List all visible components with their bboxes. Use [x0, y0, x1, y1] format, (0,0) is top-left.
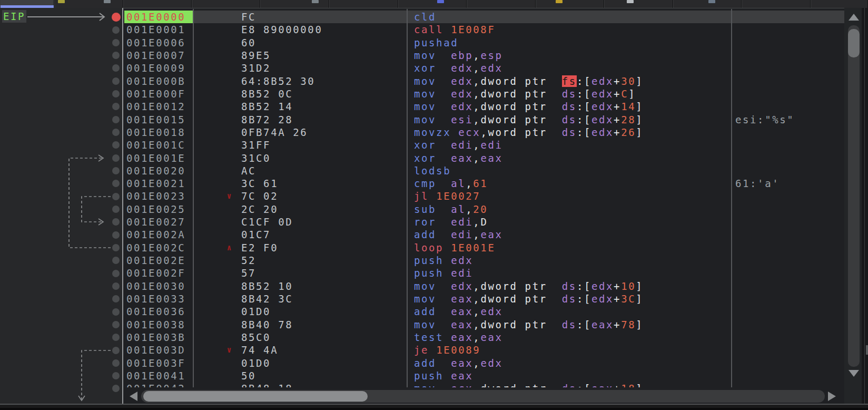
bytes-cell[interactable]: AC [241, 164, 256, 177]
address-cell[interactable]: 001E0007 [126, 49, 185, 62]
address-cell[interactable]: 001E003D [126, 344, 185, 356]
disasm-row[interactable]: 001E004150push eax [123, 369, 844, 382]
breakpoint-dot[interactable] [112, 116, 120, 123]
bytes-cell[interactable]: 57 [241, 267, 256, 279]
instruction-cell[interactable]: mov edx,dword ptr ds:[edx+C] [414, 87, 636, 100]
disasm-row[interactable]: 001E003601D0add eax,edx [123, 305, 844, 318]
disasm-row[interactable]: 001E00213C 61cmp al,6161:'a' [123, 177, 844, 190]
view-tab-10[interactable] [673, 0, 742, 8]
scroll-right-arrow-icon[interactable] [828, 392, 836, 401]
disasm-row[interactable]: 001E003F01D0add eax,edx [123, 357, 844, 369]
view-tab-4[interactable] [260, 0, 329, 8]
instruction-cell[interactable]: push edi [414, 267, 473, 279]
view-tab-8[interactable] [536, 0, 604, 8]
breakpoint-dot[interactable] [112, 308, 120, 316]
address-cell[interactable]: 001E0018 [126, 126, 185, 139]
eip-breakpoint-dot[interactable] [112, 13, 121, 22]
disasm-row[interactable]: 001E001E31C0xor eax,eax [123, 152, 844, 164]
instruction-cell[interactable]: mov eax,dword ptr ds:[eax+78] [414, 318, 643, 331]
vertical-scrollbar-thumb[interactable] [848, 29, 860, 57]
address-cell[interactable]: 001E0025 [126, 203, 185, 216]
bytes-cell[interactable]: 8B52 10 [241, 280, 293, 292]
instruction-cell[interactable]: add eax,edx [414, 305, 503, 318]
bytes-cell[interactable]: 01C7 [241, 228, 271, 241]
disasm-row[interactable]: 001E002A01C7add edi,eax [123, 228, 844, 241]
disasm-row[interactable]: 001E002F57push edi [123, 267, 844, 279]
instruction-cell[interactable]: add edi,eax [414, 228, 503, 241]
disasm-row[interactable]: 001E0023∨7C 02jl 1E0027 [123, 190, 844, 202]
view-tab-2[interactable] [123, 0, 192, 8]
disasm-row[interactable]: 001E00338B42 3Cmov eax,dword ptr ds:[edx… [123, 292, 844, 305]
view-tab-0[interactable] [0, 0, 54, 8]
address-cell[interactable]: 001E0001 [126, 23, 185, 36]
disasm-row[interactable]: 001E000660pushad [123, 36, 844, 49]
bytes-cell[interactable]: 8B52 14 [241, 100, 293, 113]
disasm-row[interactable]: 001E0001E8 89000000call 1E008F [123, 23, 844, 36]
address-cell[interactable]: 001E0000 [126, 11, 185, 23]
splitter-handle[interactable] [866, 345, 868, 355]
breakpoint-dot[interactable] [112, 154, 120, 162]
breakpoint-dot[interactable] [112, 90, 120, 97]
view-tab-12[interactable] [811, 0, 868, 8]
disasm-row[interactable]: 001E003D∨74 4Aje 1E0089 [123, 344, 844, 356]
bytes-cell[interactable]: FC [241, 11, 256, 23]
comment-cell[interactable]: 61:'a' [735, 177, 780, 190]
address-cell[interactable]: 001E001E [126, 152, 185, 164]
view-tab-11[interactable] [742, 0, 811, 8]
instruction-cell[interactable]: call 1E008F [414, 23, 495, 36]
disasm-row[interactable]: 001E000B64:8B52 30mov edx,dword ptr fs:[… [123, 75, 844, 87]
instruction-cell[interactable]: mov eax,dword ptr ds:[edx+3C] [414, 292, 643, 305]
view-tab-7[interactable] [467, 0, 536, 8]
breakpoint-dot[interactable] [112, 244, 120, 251]
disasm-row[interactable]: 001E000931D2xor edx,edx [123, 62, 844, 74]
instruction-cell[interactable]: xor eax,eax [414, 152, 503, 164]
disasm-row[interactable]: 001E002E52push edx [123, 254, 844, 267]
bytes-cell[interactable]: 64:8B52 30 [241, 75, 315, 87]
address-cell[interactable]: 001E0015 [126, 113, 185, 126]
bytes-cell[interactable]: E8 89000000 [241, 23, 322, 36]
breakpoint-dot[interactable] [112, 77, 120, 85]
instruction-cell[interactable]: pushad [414, 36, 458, 49]
address-cell[interactable]: 001E002E [126, 254, 185, 267]
instruction-cell[interactable]: lodsb [414, 164, 451, 177]
bytes-cell[interactable]: 8B52 0C [241, 87, 293, 100]
breakpoint-dot[interactable] [112, 321, 120, 328]
comment-cell[interactable]: esi:"%s" [735, 113, 794, 126]
disasm-row[interactable]: 001E001C31FFxor edi,edi [123, 139, 844, 151]
bytes-cell[interactable]: 50 [241, 369, 256, 382]
bytes-cell[interactable]: 8B40 78 [241, 318, 293, 331]
address-cell[interactable]: 001E0036 [126, 305, 185, 318]
bytes-cell[interactable]: 8B42 3C [241, 292, 293, 305]
address-cell[interactable]: 001E0038 [126, 318, 185, 331]
bytes-cell[interactable]: 01D0 [241, 357, 271, 369]
instruction-cell[interactable]: movzx ecx,word ptr ds:[edx+26] [414, 126, 643, 139]
address-cell[interactable]: 001E003B [126, 331, 185, 344]
bytes-cell[interactable]: 60 [241, 36, 256, 49]
disasm-row[interactable]: 001E00252C 20sub al,20 [123, 203, 844, 216]
view-tab-5[interactable] [329, 0, 398, 8]
address-cell[interactable]: 001E0006 [126, 36, 185, 49]
disasm-row[interactable]: 001E0020AClodsb [123, 164, 844, 177]
instruction-cell[interactable]: push edx [414, 254, 473, 267]
instruction-cell[interactable]: loop 1E001E [414, 241, 495, 254]
bytes-cell[interactable]: 89E5 [241, 49, 271, 62]
address-cell[interactable]: 001E0023 [126, 190, 185, 202]
address-cell[interactable]: 001E0041 [126, 369, 185, 382]
breakpoint-dot[interactable] [112, 129, 120, 136]
bytes-cell[interactable]: 3C 61 [241, 177, 278, 190]
scroll-down-arrow-icon[interactable] [849, 370, 859, 377]
bytes-cell[interactable]: 2C 20 [241, 203, 278, 216]
instruction-cell[interactable]: add eax,edx [414, 357, 503, 369]
disasm-row[interactable]: 001E00308B52 10mov edx,dword ptr ds:[edx… [123, 280, 844, 292]
instruction-cell[interactable]: ror edi,D [414, 216, 488, 228]
address-cell[interactable]: 001E0030 [126, 280, 185, 292]
disasm-row[interactable]: 001E00388B40 78mov eax,dword ptr ds:[eax… [123, 318, 844, 331]
address-cell[interactable]: 001E0009 [126, 62, 185, 74]
view-tab-6[interactable] [398, 0, 467, 8]
address-cell[interactable]: 001E000F [126, 87, 185, 100]
breakpoint-dot[interactable] [112, 270, 120, 277]
disasm-row[interactable]: 001E000789E5mov ebp,esp [123, 49, 844, 62]
instruction-cell[interactable]: test eax,eax [414, 331, 503, 344]
disasm-row[interactable]: 001E003B85C0test eax,eax [123, 331, 844, 344]
instruction-cell[interactable]: mov esi,dword ptr ds:[edx+28] [414, 113, 643, 126]
